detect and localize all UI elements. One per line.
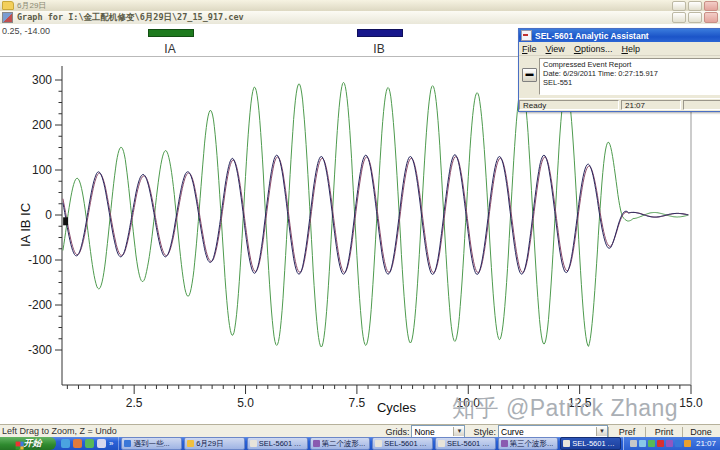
quick-launch-bar: » <box>56 437 119 450</box>
legend-item-ib: IB <box>357 28 401 57</box>
taskbar-button[interactable]: 遇到一些... <box>121 437 182 450</box>
report-line: Date: 6/29/2011 Time: 0:27:15.917 <box>543 69 718 78</box>
quick-launch-overflow-icon[interactable]: » <box>109 439 113 448</box>
minimize-icon[interactable] <box>672 1 686 11</box>
taskbar-button-label: 第二个波形... <box>322 439 366 449</box>
sel-icon <box>563 440 570 447</box>
legend-swatch <box>148 29 194 37</box>
app-icon[interactable] <box>97 439 106 448</box>
ie-icon <box>124 440 131 447</box>
maximize-icon[interactable] <box>688 1 702 11</box>
report-line: SEL-551 <box>543 78 718 87</box>
style-value: Curve <box>499 427 596 437</box>
taskbar-button-label: SEL-5601 A... <box>447 439 493 448</box>
graph-window-titlebar[interactable]: Graph for I:\金工配机修变\6月29日\27_15_917.cev <box>0 11 720 25</box>
taskbar-button-label: 第三个波形... <box>510 439 554 449</box>
event-report-list[interactable]: Compressed Event Report Date: 6/29/2011 … <box>539 58 720 95</box>
legend-swatch <box>357 29 403 37</box>
sel-icon <box>438 440 445 447</box>
task-buttons: 遇到一些...6月29日SEL-5601 A...第二个波形...SEL-560… <box>119 437 623 450</box>
sel-icon <box>250 440 257 447</box>
media-icon[interactable] <box>85 439 94 448</box>
taskbar: 开始 » 遇到一些...6月29日SEL-5601 A...第二个波形...SE… <box>0 437 720 450</box>
status-extra <box>683 100 720 110</box>
graph-app-icon <box>2 12 13 23</box>
start-button[interactable]: 开始 <box>0 437 56 450</box>
sel-window-titlebar[interactable]: SEL-5601 Analytic Assistant <box>519 29 720 42</box>
taskbar-button[interactable]: SEL-5601 A... <box>560 437 621 450</box>
menu-view[interactable]: View <box>546 44 565 54</box>
taskbar-button[interactable]: 第二个波形... <box>310 437 371 450</box>
graph-window-title: Graph for I:\金工配机修变\6月29日\27_15_917.cev <box>17 12 244 24</box>
desktop: 6月29日 Graph for I:\金工配机修变\6月29日\27_15_91… <box>0 0 720 450</box>
system-tray: 21:07 <box>623 437 720 450</box>
taskbar-button-label: SEL-5601 A... <box>384 439 430 448</box>
show-desktop-icon[interactable] <box>61 439 70 448</box>
tray-icon-4[interactable] <box>657 440 664 447</box>
collapse-button[interactable]: ▬ <box>522 68 537 82</box>
taskbar-button[interactable]: SEL-5601 A... <box>372 437 433 450</box>
taskbar-button[interactable]: 第三个波形... <box>498 437 559 450</box>
folder-window-controls <box>672 1 718 11</box>
sel-menubar: File View Options... Help <box>519 42 720 56</box>
sel-statusbar: Ready 21:07 <box>519 98 720 111</box>
close-icon[interactable] <box>704 12 718 23</box>
legend-item-ia: IA <box>148 28 192 57</box>
tray-icon-3[interactable] <box>648 440 655 447</box>
minimize-icon[interactable] <box>672 12 686 23</box>
sel-5601-window[interactable]: SEL-5601 Analytic Assistant File View Op… <box>518 28 720 112</box>
report-line: Compressed Event Report <box>543 60 718 69</box>
taskbar-button[interactable]: SEL-5601 A... <box>247 437 308 450</box>
folder-window-title: 6月29日 <box>17 0 46 11</box>
chevron-down-icon[interactable]: ▼ <box>596 427 607 436</box>
print-button[interactable]: Print <box>645 427 682 437</box>
status-time: 21:07 <box>621 100 681 110</box>
browser-icon[interactable] <box>73 439 82 448</box>
close-icon[interactable] <box>704 1 718 11</box>
legend-label: IA <box>164 42 175 56</box>
menu-help[interactable]: Help <box>621 44 640 54</box>
menu-file[interactable]: File <box>522 44 537 54</box>
tray-icons <box>630 440 691 447</box>
tray-icon-6[interactable] <box>675 440 682 447</box>
taskbar-button[interactable]: 6月29日 <box>184 437 245 450</box>
taskbar-clock[interactable]: 21:07 <box>696 439 716 448</box>
tray-icon-1[interactable] <box>630 440 637 447</box>
grids-value: None <box>412 427 453 437</box>
sel-icon <box>375 440 382 447</box>
taskbar-button-label: 遇到一些... <box>133 439 169 449</box>
tray-icon-7[interactable] <box>684 440 691 447</box>
graph-control-bar: Left Drag to Zoom, Z = Undo Grids: None … <box>0 424 720 438</box>
sel-client-area: ▬ Compressed Event Report Date: 6/29/201… <box>519 56 720 97</box>
maximize-icon[interactable] <box>688 12 702 23</box>
graph-window-controls <box>672 12 718 23</box>
taskbar-button-label: 6月29日 <box>196 439 224 449</box>
chevron-down-icon[interactable]: ▼ <box>453 427 464 436</box>
start-label: 开始 <box>24 437 42 450</box>
folder-icon <box>2 1 14 10</box>
menu-options[interactable]: Options... <box>574 44 613 54</box>
wave-icon <box>313 440 320 447</box>
tray-icon-5[interactable] <box>666 440 673 447</box>
watermark: 知乎 @Patrick Zhang <box>452 393 678 424</box>
sel-app-icon <box>521 30 532 41</box>
drag-hint-text: Left Drag to Zoom, Z = Undo <box>2 426 117 436</box>
taskbar-button-label: SEL-5601 A... <box>572 439 618 448</box>
legend-label: IB <box>373 42 384 56</box>
sel-window-title: SEL-5601 Analytic Assistant <box>535 31 649 41</box>
folder-icon <box>187 440 194 447</box>
done-button[interactable]: Done <box>682 427 719 437</box>
wave-icon <box>501 440 508 447</box>
style-label: Style: <box>473 427 496 437</box>
grids-label: Grids: <box>385 427 409 437</box>
pref-button[interactable]: Pref <box>608 427 645 437</box>
tray-icon-2[interactable] <box>639 440 646 447</box>
taskbar-button-label: SEL-5601 A... <box>259 439 305 448</box>
status-ready: Ready <box>519 100 619 110</box>
taskbar-button[interactable]: SEL-5601 A... <box>435 437 496 450</box>
windows-flag-icon <box>15 441 20 446</box>
